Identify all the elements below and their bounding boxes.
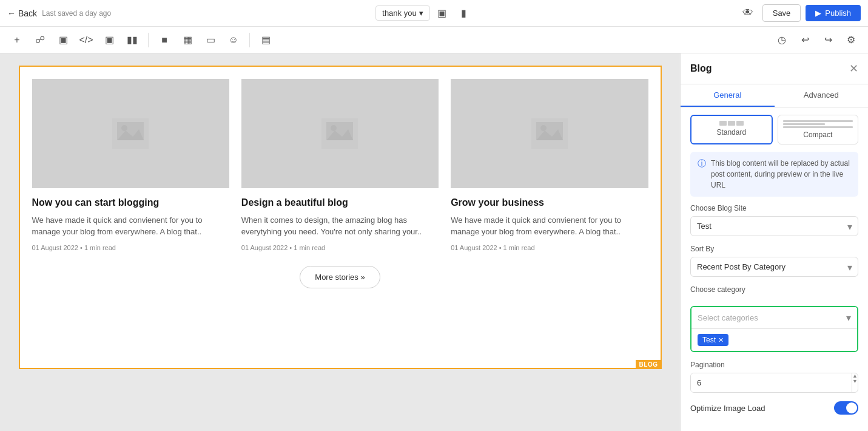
pagination-input[interactable]: [691, 373, 852, 392]
canvas-area[interactable]: Now you can start blogging We have made …: [0, 53, 680, 431]
apps-icon: ■: [161, 35, 167, 46]
optimize-image-toggle[interactable]: [834, 401, 858, 415]
svg-point-10: [540, 125, 547, 131]
top-nav: ← Back Last saved a day ago thank you ▾ …: [0, 0, 868, 27]
nav-right: 👁 Save ▶ Publish: [738, 4, 861, 23]
post-card: Grow your business We have made it quick…: [451, 79, 648, 251]
layers-button[interactable]: ☍: [30, 30, 50, 50]
panel-close-button[interactable]: ✕: [849, 62, 858, 75]
layout-standard-label: Standard: [716, 128, 746, 137]
post-image-3: [451, 79, 648, 188]
more-stories-label: More stories »: [315, 273, 365, 282]
history-button[interactable]: ◷: [772, 30, 792, 50]
category-section: Choose category: [681, 285, 868, 306]
post-title-1: Now you can start blogging: [32, 197, 229, 209]
category-tag-test[interactable]: Test ✕: [698, 334, 728, 346]
saved-status: Last saved a day ago: [42, 9, 111, 18]
category-selector[interactable]: Select categories ▾ Test ✕: [690, 306, 858, 352]
desktop-icon: ▣: [437, 7, 446, 19]
grid-button[interactable]: ▦: [178, 30, 197, 50]
undo-button[interactable]: ↩: [795, 30, 815, 50]
layout-compact-label: Compact: [803, 131, 832, 139]
document-button[interactable]: ▣: [53, 30, 73, 50]
post-meta-1: 01 August 2022 • 1 min read: [32, 244, 229, 251]
category-select-top[interactable]: Select categories ▾: [691, 307, 857, 329]
svg-point-6: [331, 125, 337, 131]
save-button[interactable]: Save: [762, 4, 801, 22]
form-icon: ▣: [105, 34, 114, 46]
post-image-2: [241, 79, 439, 188]
blog-site-select-wrapper: Test: [690, 216, 858, 236]
sort-by-select[interactable]: Recent Post By Category: [690, 257, 858, 277]
post-excerpt-2: When it comes to design, the amazing blo…: [241, 214, 439, 238]
columns-button[interactable]: ▮▮: [123, 30, 142, 50]
emoji-button[interactable]: ☺: [224, 30, 243, 50]
eye-icon: 👁: [742, 7, 753, 19]
tab-advanced[interactable]: Advanced: [775, 84, 869, 107]
posts-grid: Now you can start blogging We have made …: [32, 79, 648, 251]
layout-button[interactable]: ▤: [256, 30, 275, 50]
category-tag-remove-button[interactable]: ✕: [718, 336, 724, 344]
preview-button[interactable]: 👁: [738, 4, 758, 23]
redo-button[interactable]: ↪: [818, 30, 838, 50]
settings-button[interactable]: ⚙: [841, 30, 861, 50]
page-selector-button[interactable]: thank you ▾: [375, 5, 429, 21]
canvas-content: Now you can start blogging We have made …: [19, 66, 662, 369]
post-title-3: Grow your business: [451, 197, 648, 209]
section-button[interactable]: ▭: [201, 30, 220, 50]
post-excerpt-3: We have made it quick and convienent for…: [451, 214, 648, 238]
blog-badge: BLOG: [636, 360, 662, 369]
tab-general-label: General: [713, 90, 741, 100]
document-icon: ▣: [59, 34, 68, 46]
form-button[interactable]: ▣: [99, 30, 119, 50]
category-tags: Test ✕: [691, 329, 857, 351]
layout-compact-option[interactable]: Compact: [778, 115, 859, 144]
code-button[interactable]: </>: [76, 30, 96, 50]
layout-icon: ▤: [261, 34, 271, 46]
main-layout: Now you can start blogging We have made …: [0, 53, 868, 431]
section-icon: ▭: [206, 34, 215, 46]
more-stories-button[interactable]: More stories »: [300, 266, 380, 288]
more-stories-wrap: More stories »: [32, 266, 648, 288]
history-icon: ◷: [778, 34, 786, 46]
post-title-2: Design a beautiful blog: [241, 197, 439, 209]
sort-by-section: Sort By Recent Post By Category: [681, 245, 868, 285]
pagination-decrement-button[interactable]: ▼: [852, 379, 858, 384]
info-text: This blog content will be replaced by ac…: [711, 158, 851, 191]
redo-icon: ↪: [824, 34, 832, 46]
toolbar-separator2: [249, 33, 250, 47]
columns-icon: ▮▮: [127, 34, 138, 46]
desktop-view-button[interactable]: ▣: [432, 4, 452, 23]
blog-site-section: Choose Blog Site Test: [681, 204, 868, 245]
tab-advanced-label: Advanced: [804, 90, 839, 100]
back-label: Back: [18, 8, 37, 18]
nav-center: thank you ▾ ▣ ▮: [375, 4, 473, 23]
layout-standard-option[interactable]: Standard: [690, 115, 773, 144]
blog-site-select[interactable]: Test: [690, 216, 858, 236]
layout-toggle: Standard Compact: [681, 107, 868, 152]
toolbar-right: ◷ ↩ ↪ ⚙: [772, 30, 861, 50]
pagination-label: Pagination: [690, 361, 858, 369]
post-meta-3: 01 August 2022 • 1 min read: [451, 244, 648, 251]
post-meta-2: 01 August 2022 • 1 min read: [241, 244, 439, 251]
info-icon: ⓘ: [698, 158, 706, 169]
apps-button[interactable]: ■: [155, 30, 174, 50]
close-icon: ✕: [849, 63, 858, 75]
tab-general[interactable]: General: [681, 84, 775, 107]
panel-header: Blog ✕: [681, 53, 868, 84]
mobile-view-button[interactable]: ▮: [454, 4, 474, 23]
toolbar-separator: [148, 33, 149, 47]
publish-button[interactable]: ▶ Publish: [806, 5, 861, 21]
image-placeholder-icon: [531, 118, 568, 149]
category-chevron-down-icon: ▾: [846, 312, 851, 324]
back-button[interactable]: ← Back: [7, 8, 37, 18]
right-panel: Blog ✕ General Advanced: [680, 53, 868, 431]
toggle-knob: [846, 402, 857, 413]
optimize-image-label: Optimize Image Load: [690, 404, 765, 413]
sort-by-select-wrapper: Recent Post By Category: [690, 257, 858, 277]
toolbar: + ☍ ▣ </> ▣ ▮▮ ■ ▦ ▭ ☺ ▤ ◷ ↩ ↪: [0, 27, 868, 53]
add-element-button[interactable]: +: [7, 30, 27, 50]
settings-icon: ⚙: [847, 34, 855, 46]
category-placeholder: Select categories: [698, 313, 846, 322]
emoji-icon: ☺: [229, 35, 238, 46]
